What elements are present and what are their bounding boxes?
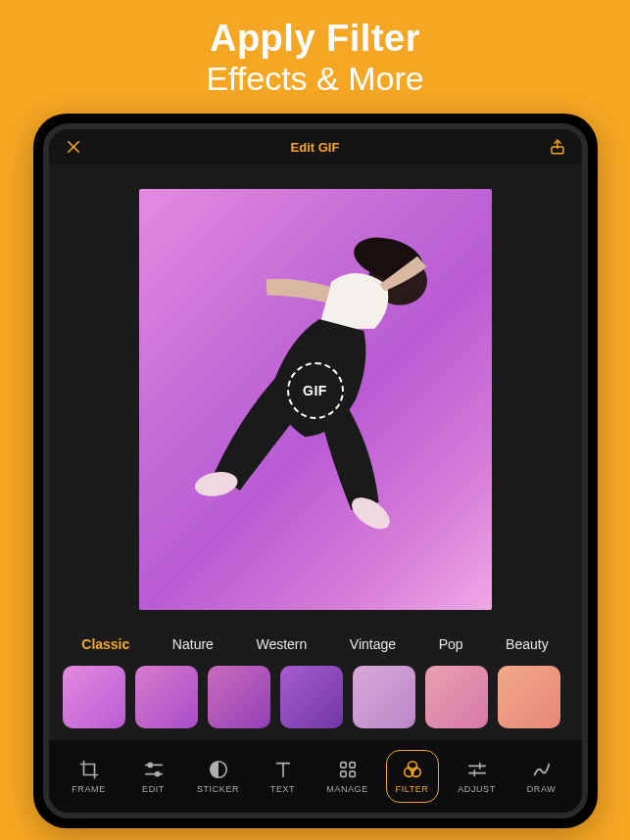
filter-thumb[interactable] — [135, 666, 198, 728]
filter-tab-pop[interactable]: Pop — [439, 636, 463, 652]
tool-label: MANAGE — [326, 784, 368, 794]
grid-icon — [337, 759, 359, 780]
tool-label: STICKER — [197, 784, 239, 794]
sticker-icon — [208, 759, 229, 780]
tool-filter[interactable]: FILTER — [386, 750, 439, 803]
tool-edit[interactable]: EDIT — [127, 753, 180, 800]
tool-text[interactable]: TEXT — [257, 753, 310, 800]
close-button[interactable] — [63, 136, 84, 158]
svg-rect-17 — [349, 771, 355, 777]
share-icon — [549, 138, 566, 156]
filter-tab-nature[interactable]: Nature — [172, 636, 214, 652]
tablet-screen: Edit GIF — [43, 123, 588, 818]
filter-tab-beauty[interactable]: Beauty — [506, 636, 549, 652]
tool-frame[interactable]: FRAME — [63, 753, 116, 800]
app-title: Edit GIF — [291, 140, 340, 155]
adjust-icon — [466, 759, 488, 780]
promo-line2: Effects & More — [206, 60, 423, 98]
filter-thumb[interactable] — [63, 666, 125, 728]
svg-rect-14 — [340, 763, 346, 769]
filter-thumb[interactable] — [353, 666, 415, 728]
tool-sticker[interactable]: STICKER — [192, 753, 245, 800]
filter-tab-vintage[interactable]: Vintage — [350, 636, 396, 652]
gif-badge-label: GIF — [303, 383, 327, 398]
tool-draw[interactable]: DRAW — [515, 753, 568, 800]
tool-label: DRAW — [527, 784, 557, 794]
app-bar: Edit GIF — [49, 129, 582, 164]
svg-point-9 — [148, 763, 152, 767]
filter-tab-western[interactable]: Western — [256, 636, 307, 652]
sliders-icon — [143, 759, 165, 780]
canvas-area: GIF — [49, 164, 582, 629]
filter-category-tabs: Classic Nature Western Vintage Pop Beaut… — [49, 629, 582, 662]
filter-thumbnails — [49, 662, 582, 740]
tool-label: ADJUST — [458, 784, 496, 794]
tool-label: FRAME — [72, 784, 106, 794]
filter-thumb[interactable] — [425, 666, 488, 728]
close-icon — [65, 138, 82, 156]
filter-thumb[interactable] — [208, 666, 270, 728]
svg-rect-16 — [340, 771, 346, 777]
share-button[interactable] — [547, 136, 568, 158]
gif-badge: GIF — [287, 362, 344, 419]
promo-line1: Apply Filter — [206, 18, 423, 60]
bottom-toolbar: FRAME EDIT STICKER TEXT MANAGE FILTER — [49, 740, 582, 813]
tool-label: EDIT — [142, 784, 165, 794]
text-icon — [272, 759, 294, 780]
filter-icon — [402, 759, 423, 780]
filter-thumb[interactable] — [280, 666, 343, 728]
tool-label: TEXT — [270, 784, 295, 794]
tool-manage[interactable]: MANAGE — [321, 753, 374, 800]
filter-thumb[interactable] — [498, 666, 560, 728]
main-image[interactable]: GIF — [139, 189, 492, 610]
filter-tab-classic[interactable]: Classic — [81, 636, 129, 652]
tool-label: FILTER — [396, 784, 429, 794]
promo-heading: Apply Filter Effects & More — [206, 18, 423, 98]
svg-point-10 — [155, 772, 159, 776]
svg-rect-15 — [349, 763, 355, 769]
draw-icon — [531, 759, 553, 780]
tool-adjust[interactable]: ADJUST — [451, 753, 504, 800]
tablet-frame: Edit GIF — [33, 114, 598, 828]
crop-icon — [78, 759, 100, 780]
